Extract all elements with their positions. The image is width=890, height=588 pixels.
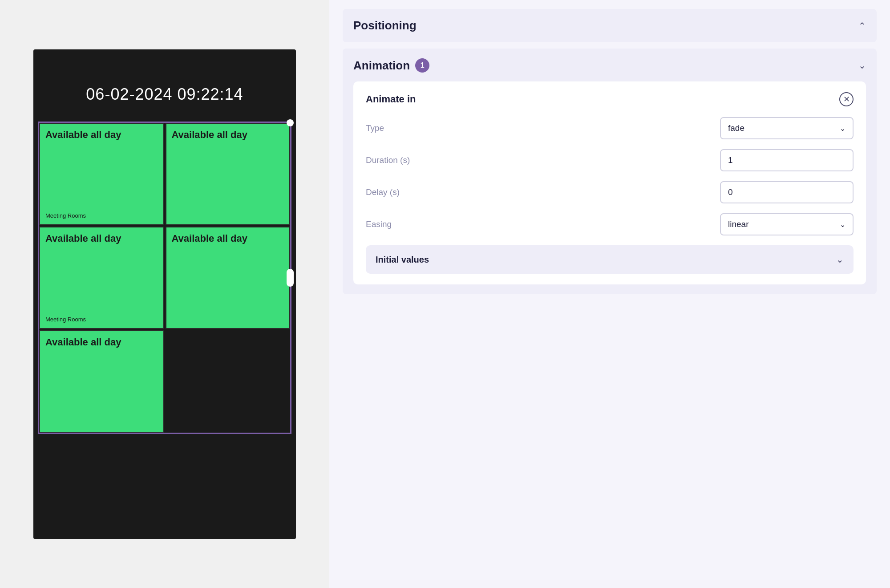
easing-label: Easing — [366, 219, 720, 229]
animate-in-card: Animate in ✕ Type fade ⌄ Duration (s) — [353, 81, 866, 284]
duration-control — [720, 149, 854, 171]
grid-item-label: Meeting Rooms — [45, 316, 158, 323]
animation-badge: 1 — [415, 58, 429, 73]
drag-handle-top[interactable] — [287, 119, 294, 126]
positioning-chevron-icon: ⌃ — [858, 20, 866, 31]
type-row: Type fade ⌄ — [366, 117, 854, 139]
type-select[interactable]: fade ⌄ — [720, 117, 854, 139]
delay-row: Delay (s) — [366, 181, 854, 203]
datetime-display: 06-02-2024 09:22:14 — [33, 49, 296, 104]
drag-handle-mid[interactable] — [287, 269, 294, 287]
initial-values-header[interactable]: Initial values ⌄ — [366, 245, 854, 274]
animate-in-title: Animate in — [366, 93, 416, 105]
easing-select[interactable]: linear ⌄ — [720, 213, 854, 235]
grid-item-title: Available all day — [45, 337, 158, 348]
positioning-title: Positioning — [353, 19, 417, 32]
type-label: Type — [366, 123, 720, 133]
duration-label: Duration (s) — [366, 155, 720, 165]
delay-control — [720, 181, 854, 203]
animate-in-close-button[interactable]: ✕ — [839, 92, 854, 106]
easing-row: Easing linear ⌄ — [366, 213, 854, 235]
grid-item-title: Available all day — [172, 129, 284, 141]
animation-header-left: Animation 1 — [353, 58, 429, 73]
close-icon: ✕ — [843, 94, 850, 104]
initial-values-section: Initial values ⌄ — [366, 245, 854, 274]
type-control: fade ⌄ — [720, 117, 854, 139]
grid-item: Available all day Meeting Rooms — [39, 227, 164, 329]
grid-item: Available all day Meeting Rooms — [39, 123, 164, 225]
animate-in-header: Animate in ✕ — [366, 92, 854, 106]
type-select-value: fade — [728, 123, 744, 133]
room-grid: Available all day Meeting Rooms Availabl… — [38, 122, 291, 434]
properties-panel: Positioning ⌃ Animation 1 ⌄ Animate in ✕… — [329, 0, 890, 588]
grid-item-title: Available all day — [45, 233, 158, 244]
grid-item: Available all day — [166, 227, 291, 329]
easing-control: linear ⌄ — [720, 213, 854, 235]
animation-section-header[interactable]: Animation 1 ⌄ — [353, 58, 866, 73]
grid-item: Available all day — [39, 330, 164, 433]
preview-canvas: 06-02-2024 09:22:14 Available all day Me… — [33, 49, 296, 539]
preview-panel: 06-02-2024 09:22:14 Available all day Me… — [0, 0, 329, 588]
animation-title: Animation — [353, 59, 410, 73]
grid-item-title: Available all day — [45, 129, 158, 141]
easing-select-chevron-icon: ⌄ — [840, 220, 846, 229]
delay-label: Delay (s) — [366, 187, 720, 197]
grid-item-label: Meeting Rooms — [45, 212, 158, 219]
easing-select-value: linear — [728, 219, 748, 229]
animation-chevron-icon: ⌄ — [858, 60, 866, 71]
delay-input[interactable] — [720, 181, 854, 203]
grid-item: Available all day — [166, 123, 291, 225]
animation-section: Animation 1 ⌄ Animate in ✕ Type fade ⌄ — [343, 49, 877, 294]
positioning-section-header[interactable]: Positioning ⌃ — [343, 9, 877, 42]
initial-values-title: Initial values — [376, 255, 429, 265]
initial-values-chevron-icon: ⌄ — [836, 254, 844, 265]
duration-row: Duration (s) — [366, 149, 854, 171]
duration-input[interactable] — [720, 149, 854, 171]
grid-item-title: Available all day — [172, 233, 284, 244]
type-select-chevron-icon: ⌄ — [840, 124, 846, 133]
